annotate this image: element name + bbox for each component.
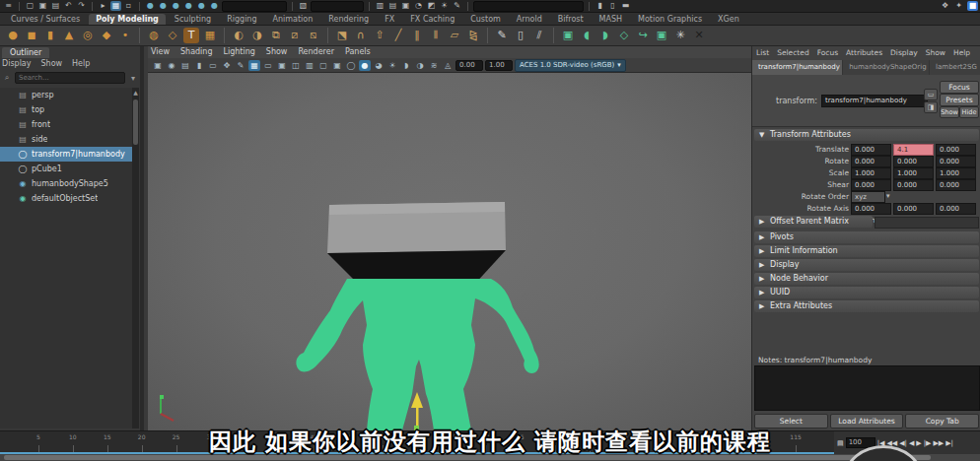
snap-point-icon[interactable]: ● — [171, 1, 181, 11]
viewport-menu-shading[interactable]: Shading — [180, 47, 213, 56]
outliner-menu-display[interactable]: Display — [2, 59, 32, 68]
attr-field[interactable]: 0.000 — [936, 179, 976, 191]
bookmark-icon[interactable]: ▮ — [193, 60, 205, 71]
presets-button[interactable]: Presets — [940, 94, 979, 106]
safe-action-icon[interactable]: ▢ — [317, 60, 329, 71]
safe-title-icon[interactable]: ▣ — [331, 60, 343, 71]
shelf-tab-fx-caching[interactable]: FX Caching — [403, 14, 461, 25]
outliner-search-input[interactable] — [15, 72, 125, 84]
soft-edge-icon[interactable]: ◖ — [579, 28, 595, 43]
shelf-tab-custom[interactable]: Custom — [463, 14, 508, 25]
crease-tool-icon[interactable]: ✎ — [494, 28, 510, 43]
section-pivots[interactable]: ▶Pivots — [754, 231, 979, 243]
snap-curve-icon[interactable]: ● — [158, 1, 169, 11]
boolean-difference-icon[interactable]: ◑ — [249, 28, 265, 43]
grid-icon[interactable]: ▦ — [248, 60, 260, 71]
pin-attributes-icon[interactable]: ▭ — [924, 89, 938, 100]
outliner-menu-help[interactable]: Help — [72, 59, 90, 68]
film-gate-icon[interactable]: ▭ — [262, 60, 274, 71]
select-camera-icon[interactable]: ▣ — [152, 60, 164, 71]
outliner-item[interactable]: ◉humanbodyShape5 — [0, 176, 136, 191]
section-display[interactable]: ▶Display — [754, 259, 979, 271]
poly-disc-icon[interactable]: • — [117, 28, 133, 43]
curve-warp-icon[interactable]: ↪ — [635, 28, 651, 43]
help-blue-icon[interactable]: ■ — [967, 1, 978, 11]
attr-field[interactable]: 1.000 — [851, 167, 891, 179]
bridge-icon[interactable]: ∩ — [353, 28, 369, 43]
camera-attributes-icon[interactable]: ▤ — [179, 60, 191, 71]
gamma-field[interactable]: 1.00 — [485, 60, 513, 71]
textured-icon[interactable]: ◕ — [373, 60, 385, 71]
attr-field[interactable]: 0.000 — [893, 203, 934, 215]
sidebar-attr-editor-icon[interactable]: ▮ — [595, 1, 605, 11]
outliner-item[interactable]: ◯pCube1 — [0, 162, 136, 176]
poly-sphere-icon[interactable]: ● — [5, 28, 21, 43]
sidebar-channel-box-icon[interactable]: ▬ — [620, 1, 631, 11]
ae-tab[interactable]: transform7|humanbody — [752, 60, 842, 75]
section-extra-attributes[interactable]: ▶Extra Attributes — [754, 300, 979, 312]
shelf-tab-sculpting[interactable]: Sculpting — [168, 14, 218, 25]
platonic-solid-icon[interactable]: ◇ — [165, 28, 180, 43]
ae-menu-show[interactable]: Show — [926, 48, 945, 57]
node-name-field[interactable]: transform7|humanbody — [821, 95, 928, 107]
offset-parent-matrix-header[interactable]: ▶ Offset Parent Matrix — [754, 216, 873, 228]
shaded-icon[interactable]: ● — [359, 60, 371, 71]
status-input-field[interactable] — [311, 1, 364, 12]
poly-plane-icon[interactable]: ◆ — [99, 28, 114, 43]
attr-field[interactable]: 0.000 — [851, 144, 891, 156]
select-object-icon[interactable]: ▦ — [110, 1, 121, 11]
make-live-icon[interactable]: ● — [209, 1, 220, 11]
separate-icon[interactable]: ⧄ — [287, 28, 303, 43]
render-view-icon[interactable]: ▥ — [375, 1, 385, 11]
construction-history-icon[interactable]: ▧ — [298, 1, 309, 11]
ae-tab[interactable]: humanbodyShapeOrig — [843, 60, 929, 75]
outliner-item[interactable]: ◯transform7|humanbody — [0, 147, 136, 162]
attr-field[interactable]: 1.000 — [936, 167, 976, 179]
ae-menu-help[interactable]: Help — [953, 48, 970, 57]
wireframe-icon[interactable]: ◯ — [345, 60, 357, 71]
snap-grid-icon[interactable]: ● — [145, 1, 156, 11]
new-scene-icon[interactable]: ▢ — [25, 1, 35, 11]
save-scene-icon[interactable]: ▤ — [50, 1, 61, 11]
attr-field[interactable]: 0.000 — [851, 203, 891, 215]
scrollbar-thumb[interactable] — [133, 99, 138, 145]
poly-cone-icon[interactable]: ▲ — [61, 28, 77, 43]
shelf-tab-rendering[interactable]: Rendering — [321, 14, 376, 25]
viewport-canvas[interactable] — [148, 73, 751, 430]
quad-draw-icon[interactable]: ▱ — [447, 28, 462, 43]
outliner-item[interactable]: ▤front — [0, 117, 136, 132]
scroll-up-icon[interactable]: ▲ — [132, 88, 139, 97]
boolean-union-icon[interactable]: ◐ — [231, 28, 246, 43]
ae-menu-display[interactable]: Display — [890, 48, 918, 57]
lock-camera-icon[interactable]: ◉ — [166, 60, 177, 71]
ae-menu-list[interactable]: List — [756, 48, 769, 57]
hide-button[interactable]: Hide — [959, 106, 979, 118]
ae-tab[interactable]: lambert2SG — [930, 60, 980, 75]
symmetry-icon[interactable]: ▣ — [654, 28, 669, 43]
2d-pan-zoom-icon[interactable]: ✥ — [221, 60, 233, 71]
viewport-menu-renderer[interactable]: Renderer — [298, 47, 334, 56]
ipr-render-icon[interactable]: ▣ — [400, 1, 411, 11]
viewport-menu-show[interactable]: Show — [266, 47, 288, 56]
grease-pencil-icon[interactable]: ✎ — [235, 60, 246, 71]
quad-strip-icon[interactable]: ▯ — [513, 28, 528, 43]
shelf-tab-curves-surfaces[interactable]: Curves / Surfaces — [4, 14, 87, 25]
attr-field[interactable]: 1.000 — [893, 167, 934, 179]
spherize-icon[interactable]: ◇ — [616, 28, 632, 43]
viewport-menu-panels[interactable]: Panels — [345, 47, 371, 56]
render-settings-icon[interactable]: ◔ — [413, 1, 424, 11]
bevel-icon[interactable]: ⬔ — [334, 28, 350, 43]
svg-tool-icon[interactable]: ▦ — [202, 28, 218, 43]
shelf-tab-motion-graphics[interactable]: Motion Graphics — [631, 14, 709, 25]
rotate-order-dropdown[interactable]: xyz — [851, 191, 885, 203]
attr-field[interactable]: 0.000 — [851, 179, 891, 191]
sidebar-tool-settings-icon[interactable]: ▯ — [607, 1, 618, 11]
status-input-field[interactable] — [473, 1, 584, 12]
sphere-uv-icon[interactable]: ◍ — [146, 28, 162, 43]
combine-icon[interactable]: ⧉ — [268, 28, 284, 43]
lighting-icon[interactable]: ☀ — [439, 1, 450, 11]
gate-mask-icon[interactable]: ◫ — [290, 60, 302, 71]
attr-field[interactable]: 0.000 — [936, 144, 976, 156]
shelf-tab-rigging[interactable]: Rigging — [220, 14, 263, 25]
redo-icon[interactable]: ↷ — [76, 1, 87, 11]
